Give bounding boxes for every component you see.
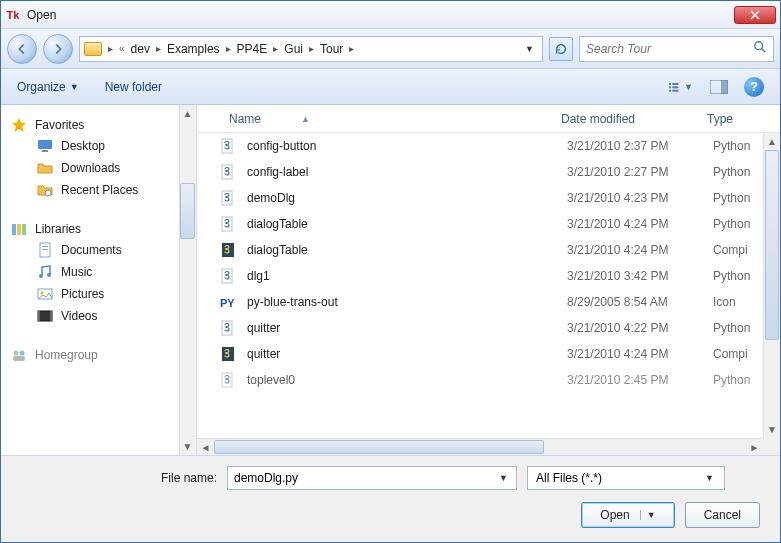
svg-rect-24	[50, 311, 52, 321]
refresh-icon	[554, 42, 568, 56]
filename-input[interactable]	[234, 471, 497, 485]
dialog-body: Favorites Desktop Downloads Recent Place…	[1, 105, 780, 455]
file-icon	[219, 345, 237, 363]
scroll-thumb[interactable]	[214, 440, 544, 454]
views-button[interactable]: ▼	[668, 76, 694, 98]
vertical-scrollbar[interactable]: ▲ ▼	[763, 133, 780, 438]
scroll-down-icon[interactable]: ▼	[764, 421, 780, 438]
scroll-up-icon[interactable]: ▲	[764, 133, 780, 150]
cancel-label: Cancel	[704, 508, 741, 522]
help-button[interactable]: ?	[744, 77, 764, 97]
file-type: Python	[713, 165, 750, 179]
file-date: 3/21/2010 2:27 PM	[567, 165, 713, 179]
file-row[interactable]: demoDlg3/21/2010 4:23 PMPython	[197, 185, 763, 211]
file-row[interactable]: config-button3/21/2010 2:37 PMPython	[197, 133, 763, 159]
scroll-up-icon[interactable]: ▲	[179, 105, 196, 122]
scroll-thumb[interactable]	[180, 183, 195, 239]
svg-rect-1	[669, 82, 671, 84]
sidebar-scrollbar[interactable]: ▲ ▼	[179, 105, 196, 455]
breadcrumb-seg[interactable]: Tour	[320, 42, 343, 56]
chevron-icon: ▸	[273, 43, 278, 54]
breadcrumb-seg[interactable]: dev	[131, 42, 150, 56]
sidebar-item-videos[interactable]: Videos	[1, 305, 196, 327]
breadcrumb-seg[interactable]: PP4E	[237, 42, 268, 56]
homegroup-group[interactable]: Homegroup	[1, 341, 196, 365]
favorites-group[interactable]: Favorites	[1, 111, 196, 135]
forward-button[interactable]	[43, 34, 73, 64]
scroll-left-icon[interactable]: ◄	[197, 439, 214, 455]
file-row[interactable]: config-label3/21/2010 2:27 PMPython	[197, 159, 763, 185]
filetype-combo[interactable]: All Files (*.*) ▼	[527, 466, 725, 490]
file-type: Python	[713, 139, 750, 153]
arrow-right-icon	[51, 42, 65, 56]
sidebar-item-music[interactable]: Music	[1, 261, 196, 283]
chevron-down-icon[interactable]: ▼	[703, 473, 716, 483]
sidebar-item-documents[interactable]: Documents	[1, 239, 196, 261]
sidebar-item-label: Desktop	[61, 139, 105, 153]
file-date: 3/21/2010 4:24 PM	[567, 243, 713, 257]
sidebar-item-pictures[interactable]: Pictures	[1, 283, 196, 305]
file-row[interactable]: dialogTable3/21/2010 4:24 PMPython	[197, 211, 763, 237]
svg-rect-2	[669, 86, 671, 88]
chevron-icon: ▸	[349, 43, 354, 54]
organize-button[interactable]: Organize ▼	[17, 80, 79, 94]
file-name: dlg1	[247, 269, 567, 283]
open-button[interactable]: Open ▼	[581, 502, 674, 528]
file-row[interactable]: PYpy-blue-trans-out8/29/2005 8:54 AMIcon	[197, 289, 763, 315]
breadcrumb-seg[interactable]: Examples	[167, 42, 220, 56]
svg-rect-10	[42, 150, 48, 152]
chevron-icon: ▸	[309, 43, 314, 54]
file-row[interactable]: dlg13/21/2010 3:42 PMPython	[197, 263, 763, 289]
svg-point-11	[45, 190, 51, 196]
sidebar-item-label: Pictures	[61, 287, 104, 301]
folder-icon	[84, 42, 102, 56]
scroll-right-icon[interactable]: ►	[746, 439, 763, 455]
file-row[interactable]: quitter3/21/2010 4:24 PMCompi	[197, 341, 763, 367]
svg-rect-8	[721, 80, 728, 94]
svg-rect-16	[42, 246, 48, 247]
file-name: dialogTable	[247, 217, 567, 231]
new-folder-button[interactable]: New folder	[105, 80, 162, 94]
chevron-down-icon[interactable]: ▼	[497, 473, 510, 483]
file-icon	[219, 189, 237, 207]
sidebar-item-desktop[interactable]: Desktop	[1, 135, 196, 157]
column-date[interactable]: Date modified	[551, 112, 697, 126]
search-input[interactable]	[586, 42, 753, 56]
svg-rect-6	[672, 89, 678, 91]
svg-rect-14	[22, 224, 26, 235]
sidebar-item-label: Downloads	[61, 161, 120, 175]
sidebar-item-downloads[interactable]: Downloads	[1, 157, 196, 179]
libraries-group[interactable]: Libraries	[1, 215, 196, 239]
file-row[interactable]: toplevel03/21/2010 2:45 PMPython	[197, 367, 763, 393]
sidebar-item-label: Videos	[61, 309, 97, 323]
close-button[interactable]	[734, 6, 776, 24]
cancel-button[interactable]: Cancel	[685, 502, 760, 528]
chevron-down-icon[interactable]: ▼	[640, 510, 656, 520]
file-name: config-button	[247, 139, 567, 153]
svg-rect-3	[669, 89, 671, 91]
sidebar-item-label: Documents	[61, 243, 122, 257]
file-row[interactable]: dialogTable3/21/2010 4:24 PMCompi	[197, 237, 763, 263]
libraries-icon	[11, 221, 27, 237]
file-type: Compi	[713, 243, 748, 257]
search-box[interactable]	[579, 36, 774, 62]
file-name: toplevel0	[247, 373, 567, 387]
refresh-button[interactable]	[549, 37, 573, 61]
address-dropdown[interactable]: ▼	[521, 44, 538, 54]
column-type[interactable]: Type	[697, 112, 780, 126]
scroll-thumb[interactable]	[765, 150, 779, 340]
column-name[interactable]: Name ▲	[219, 112, 551, 126]
search-icon[interactable]	[753, 40, 767, 57]
favorites-label: Favorites	[35, 118, 84, 132]
filename-combo[interactable]: ▼	[227, 466, 517, 490]
preview-pane-button[interactable]	[706, 76, 732, 98]
chevron-icon: «	[119, 43, 125, 54]
breadcrumb-seg[interactable]: Gui	[284, 42, 303, 56]
horizontal-scrollbar[interactable]: ◄ ►	[197, 438, 763, 455]
scroll-down-icon[interactable]: ▼	[179, 438, 196, 455]
file-row[interactable]: quitter3/21/2010 4:22 PMPython	[197, 315, 763, 341]
back-button[interactable]	[7, 34, 37, 64]
file-date: 3/21/2010 4:24 PM	[567, 347, 713, 361]
sidebar-item-recent[interactable]: Recent Places	[1, 179, 196, 201]
address-bar[interactable]: ▸ « dev ▸ Examples ▸ PP4E ▸ Gui ▸ Tour ▸…	[79, 36, 543, 62]
